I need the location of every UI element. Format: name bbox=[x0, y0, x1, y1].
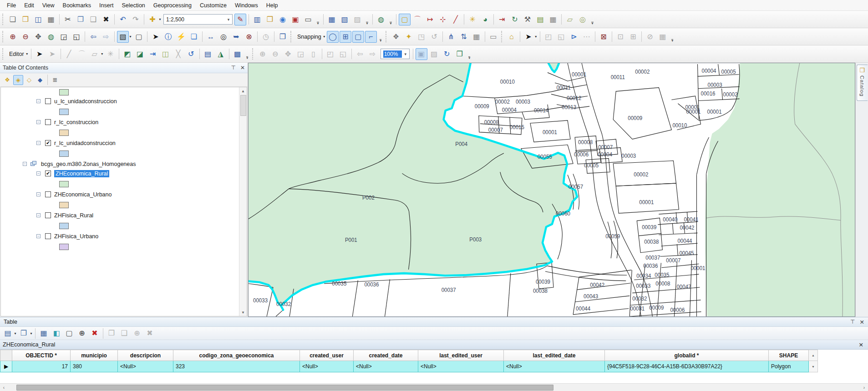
table-scroll-up-icon[interactable]: ▲ bbox=[809, 350, 818, 361]
map-scale-combo-dropdown-icon[interactable]: ▾ bbox=[225, 17, 232, 22]
select-features-button[interactable]: ▧ bbox=[117, 31, 129, 43]
expander-icon[interactable]: − bbox=[23, 162, 27, 166]
related-tables-button-dropdown-icon[interactable]: ▾ bbox=[29, 331, 33, 336]
legend-swatch[interactable] bbox=[59, 109, 69, 115]
related-tables-button[interactable]: ❐ bbox=[18, 327, 30, 339]
toolbar-overflow-icon[interactable]: ▾ bbox=[467, 49, 472, 60]
attributes-window-button[interactable]: ▤ bbox=[202, 48, 214, 60]
viewer-window-button[interactable]: ❐ bbox=[277, 31, 289, 43]
copy-selected-disabled-button[interactable]: ❐ bbox=[106, 327, 117, 339]
toolbar-overflow-icon[interactable]: ▾ bbox=[378, 31, 383, 42]
point-construction-button[interactable]: ✳ bbox=[105, 48, 117, 60]
fix-tools-button[interactable]: ⚒ bbox=[522, 14, 533, 25]
toolbar-grip[interactable] bbox=[2, 48, 4, 60]
layer-checkbox[interactable] bbox=[45, 191, 51, 197]
matrix-tool-button[interactable]: ▦ bbox=[471, 31, 482, 43]
straight-segment-button[interactable]: ╱ bbox=[63, 48, 75, 60]
table-layer-tab[interactable]: ZHEconomica_Rural bbox=[3, 341, 55, 348]
toc-layer-label[interactable]: ZHFisica_Rural bbox=[54, 212, 93, 219]
toc-layer-label[interactable]: u_lc_unidadconstruccion bbox=[54, 98, 117, 105]
table-pin-icon[interactable]: ⊤ bbox=[850, 319, 855, 326]
cut-polygons-button[interactable]: ╳ bbox=[173, 48, 184, 60]
modify-edge-button[interactable]: ◰ bbox=[543, 31, 554, 43]
trace-tool-button[interactable]: ▱ bbox=[89, 48, 101, 60]
delete-disabled-button[interactable]: ✖ bbox=[144, 327, 156, 339]
expander-icon[interactable]: − bbox=[36, 213, 41, 217]
adjust-grid-button[interactable]: ▦ bbox=[547, 14, 559, 25]
validate-extent-button[interactable]: ⊡ bbox=[614, 31, 626, 43]
add-table-button[interactable]: ▧ bbox=[339, 14, 350, 25]
menu-file[interactable]: File bbox=[3, 1, 20, 10]
pan-button[interactable]: ✥ bbox=[32, 31, 44, 43]
legend-swatch[interactable] bbox=[59, 223, 69, 229]
expander-icon[interactable]: − bbox=[36, 141, 41, 145]
toc-scroll-thumb[interactable] bbox=[240, 95, 246, 116]
hscroll-right-icon[interactable]: › bbox=[860, 385, 868, 390]
table-options-button-dropdown-icon[interactable]: ▾ bbox=[13, 331, 17, 336]
film-strip-button[interactable]: ▤ bbox=[534, 14, 546, 25]
legend-swatch[interactable] bbox=[59, 181, 69, 187]
layout-whole-page-button[interactable]: ◲ bbox=[295, 48, 307, 60]
toc-layer-label[interactable]: ZHEconomica_Rural bbox=[54, 170, 109, 177]
legend-swatch[interactable] bbox=[59, 244, 69, 250]
table-of-contents-window-button[interactable]: ▥ bbox=[251, 14, 263, 25]
cell-shape[interactable]: Polygon bbox=[769, 361, 809, 372]
layer-checkbox[interactable]: ✔ bbox=[45, 170, 51, 176]
toc-group-label[interactable]: bcgs_geo.m380.Zonas_Homogeneas bbox=[41, 161, 136, 167]
legend-swatch[interactable] bbox=[59, 202, 69, 208]
trace-tool-button-dropdown-icon[interactable]: ▾ bbox=[100, 52, 104, 56]
back-extent-button[interactable]: ⇦ bbox=[87, 31, 99, 43]
reshape-edge-button[interactable]: ↦ bbox=[424, 14, 436, 25]
construction-tool-button[interactable]: ⌂ bbox=[506, 31, 518, 43]
row-selector-cell[interactable]: ▶ bbox=[0, 361, 12, 372]
column-header-created-user[interactable]: created_user bbox=[300, 350, 354, 361]
add-data-button[interactable]: ✚ bbox=[147, 14, 158, 25]
save-button[interactable]: ◫ bbox=[32, 14, 44, 25]
validate-all-button[interactable]: ⊞ bbox=[627, 31, 639, 43]
toolbar-grip[interactable] bbox=[386, 31, 387, 42]
copy-parallel-button[interactable]: ▱ bbox=[564, 14, 576, 25]
menu-insert[interactable]: Insert bbox=[95, 1, 117, 10]
catalog-tab[interactable]: ❒ Catalog bbox=[857, 65, 868, 101]
column-header-codigo-zona-geoeconomica[interactable]: codigo_zona_geoeconomica bbox=[173, 350, 300, 361]
column-header-last-edited-user[interactable]: last_edited_user bbox=[418, 350, 504, 361]
editor-menu[interactable]: Editor bbox=[6, 50, 26, 59]
redo-button[interactable]: ↷ bbox=[130, 14, 142, 25]
data-driven-pages-button[interactable]: ❐ bbox=[454, 48, 466, 60]
layer-checkbox[interactable] bbox=[45, 98, 51, 104]
open-attribute-table-button[interactable]: ▦ bbox=[326, 14, 338, 25]
forward-extent-button[interactable]: ⇨ bbox=[100, 31, 112, 43]
list-by-visibility-button[interactable]: ◇ bbox=[24, 75, 34, 85]
cell-municipio[interactable]: 380 bbox=[71, 361, 118, 372]
toolbar-overflow-icon[interactable]: ▾ bbox=[388, 14, 393, 25]
menu-selection[interactable]: Selection bbox=[117, 1, 149, 10]
cut-button[interactable]: ✂ bbox=[62, 14, 74, 25]
sketch-properties-button[interactable]: ◮ bbox=[215, 48, 227, 60]
import-symbology-button[interactable]: ⇥ bbox=[496, 14, 508, 25]
identify-button[interactable]: ⓘ bbox=[162, 31, 174, 43]
column-header-municipio[interactable]: municipio bbox=[71, 350, 118, 361]
full-extent-button[interactable]: ◍ bbox=[45, 31, 57, 43]
edit-tool-button[interactable]: ➤ bbox=[34, 48, 46, 60]
delete-selected-button[interactable]: ✖ bbox=[89, 327, 101, 339]
map-svg[interactable]: 0001000001000110000200011000120000900002… bbox=[249, 63, 855, 316]
refresh-version-button[interactable]: ↻ bbox=[509, 14, 521, 25]
toc-scrollbar[interactable]: ▲ ▼ bbox=[239, 87, 247, 316]
column-header-globalid-[interactable]: globalid * bbox=[605, 350, 769, 361]
table-options-button[interactable]: ▤ bbox=[2, 327, 14, 339]
hyperlink-button[interactable]: ⚡ bbox=[175, 31, 187, 43]
zoom-disabled-button[interactable]: ⊕ bbox=[131, 327, 143, 339]
snapping-menu[interactable]: Snapping bbox=[294, 32, 323, 41]
cell-created-user[interactable]: <Null> bbox=[300, 361, 354, 372]
menu-help[interactable]: Help bbox=[262, 1, 282, 10]
edge-snapping-toggle[interactable]: ⌐ bbox=[365, 31, 377, 43]
expander-icon[interactable]: − bbox=[36, 234, 41, 238]
fixed-zoom-out-button[interactable]: ◱ bbox=[71, 31, 82, 43]
layout-fixed-zoom-out-button[interactable]: ◱ bbox=[337, 48, 349, 60]
toc-layer-label[interactable]: r_lc_unidadconstruccion bbox=[54, 140, 116, 146]
expander-icon[interactable]: − bbox=[36, 99, 41, 103]
extend-trim-button[interactable]: ⇥ bbox=[147, 48, 159, 60]
zoom-out-button[interactable]: ⊖ bbox=[20, 31, 31, 43]
layout-100-button[interactable]: ▯ bbox=[308, 48, 320, 60]
search-window-button[interactable]: ◉ bbox=[277, 14, 289, 25]
